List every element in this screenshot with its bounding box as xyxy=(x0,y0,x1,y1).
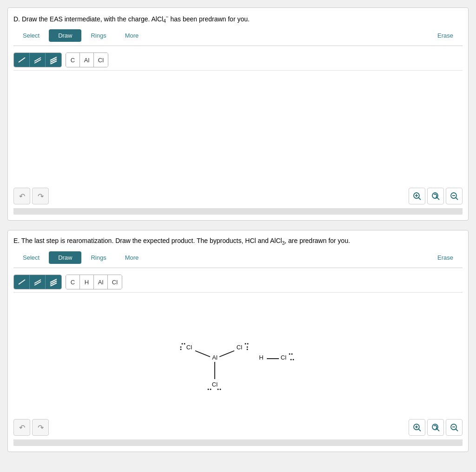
svg-point-23 xyxy=(182,343,183,345)
atom-h-e[interactable]: H xyxy=(80,275,94,289)
zoom-controls-e xyxy=(409,419,463,436)
atom-group-e: C H Al Cl xyxy=(66,275,122,289)
double-bond-e[interactable] xyxy=(30,275,46,289)
zoom-controls-d xyxy=(409,188,463,204)
svg-point-24 xyxy=(184,343,185,345)
toolbar-e-erase[interactable]: Erase xyxy=(428,251,463,264)
svg-line-13 xyxy=(456,198,458,200)
question-d-title: D. Draw the EAS intermediate, with the c… xyxy=(13,13,463,25)
toolbar-e-rings[interactable]: Rings xyxy=(81,251,115,264)
undo-btn-d[interactable]: ↶ xyxy=(13,188,30,204)
bond-group-d xyxy=(13,52,62,67)
question-e-title: E. The last step is rearomatization. Dra… xyxy=(13,236,463,247)
svg-line-17 xyxy=(34,282,41,285)
svg-point-25 xyxy=(180,347,182,348)
atom-cl-e[interactable]: Cl xyxy=(108,275,122,289)
svg-point-31 xyxy=(247,347,248,348)
svg-text:Cl: Cl xyxy=(237,344,242,351)
triple-bond-d[interactable] xyxy=(46,53,61,67)
bottom-controls-e: ↶ ↷ xyxy=(13,415,463,438)
svg-line-54 xyxy=(456,429,458,432)
svg-line-0 xyxy=(19,58,25,62)
atom-group-d: C Al Cl xyxy=(66,52,108,67)
svg-point-45 xyxy=(291,359,292,361)
draw-tools-d: C Al Cl xyxy=(13,50,463,71)
svg-point-37 xyxy=(218,389,219,390)
triple-bond-e[interactable] xyxy=(46,275,61,289)
svg-line-52 xyxy=(437,429,440,432)
redo-btn-e[interactable]: ↷ xyxy=(32,419,49,436)
bond-group-e xyxy=(13,275,62,289)
svg-line-15 xyxy=(19,280,25,284)
atom-cl-d[interactable]: Cl xyxy=(94,53,108,67)
svg-line-7 xyxy=(419,198,421,200)
svg-point-32 xyxy=(247,349,248,350)
svg-text:Cl: Cl xyxy=(212,381,218,388)
undo-redo-e: ↶ ↷ xyxy=(13,419,49,436)
svg-line-11 xyxy=(437,198,440,200)
scrollbar-e[interactable] xyxy=(13,439,463,446)
svg-point-29 xyxy=(245,343,246,345)
svg-line-27 xyxy=(195,351,210,357)
svg-line-2 xyxy=(34,59,41,63)
canvas-d[interactable] xyxy=(13,72,463,184)
atom-al-d[interactable]: Al xyxy=(80,53,94,67)
undo-redo-d: ↶ ↷ xyxy=(13,188,49,204)
single-bond-e[interactable] xyxy=(14,275,30,289)
svg-text:H: H xyxy=(259,354,263,361)
double-bond-d[interactable] xyxy=(30,53,46,67)
zoom-in-e[interactable] xyxy=(409,419,425,436)
undo-btn-e[interactable]: ↶ xyxy=(13,419,30,436)
zoom-reset-e[interactable] xyxy=(427,419,444,436)
atom-c-d[interactable]: C xyxy=(66,53,80,67)
svg-point-46 xyxy=(293,359,294,361)
svg-line-1 xyxy=(34,58,41,61)
toolbar-d-erase[interactable]: Erase xyxy=(428,29,463,42)
svg-text:Al: Al xyxy=(212,354,218,361)
zoom-in-d[interactable] xyxy=(409,188,425,204)
svg-point-43 xyxy=(289,354,291,355)
atom-al-e[interactable]: Al xyxy=(94,275,108,289)
question-e-block: E. The last step is rearomatization. Dra… xyxy=(7,230,469,452)
toolbar-d-more[interactable]: More xyxy=(116,29,148,42)
svg-text:Cl: Cl xyxy=(186,344,192,351)
redo-btn-d[interactable]: ↷ xyxy=(32,188,49,204)
svg-text:Cl: Cl xyxy=(281,354,286,361)
svg-point-35 xyxy=(208,389,209,390)
toolbar-d-rings[interactable]: Rings xyxy=(81,29,115,42)
toolbar-d: Select Draw Rings More Erase xyxy=(13,29,463,46)
draw-tools-e: C H Al Cl xyxy=(13,272,463,293)
toolbar-e-select[interactable]: Select xyxy=(13,251,49,264)
svg-line-33 xyxy=(219,351,234,357)
canvas-e[interactable]: Al Cl Cl Cl H xyxy=(13,295,463,415)
svg-line-48 xyxy=(419,429,421,432)
toolbar-e: Select Draw Rings More Erase xyxy=(13,251,463,268)
zoom-out-d[interactable] xyxy=(446,188,463,204)
svg-point-30 xyxy=(247,343,249,345)
single-bond-d[interactable] xyxy=(14,53,30,67)
atom-c-e[interactable]: C xyxy=(66,275,80,289)
svg-point-26 xyxy=(180,349,182,350)
scrollbar-d[interactable] xyxy=(13,208,463,215)
toolbar-e-draw[interactable]: Draw xyxy=(49,251,81,264)
toolbar-d-draw[interactable]: Draw xyxy=(49,29,81,42)
svg-line-16 xyxy=(34,280,41,283)
molecule-alcl3-hcl: Al Cl Cl Cl H xyxy=(154,308,322,401)
toolbar-e-more[interactable]: More xyxy=(116,251,148,264)
svg-point-44 xyxy=(291,354,293,355)
question-d-block: D. Draw the EAS intermediate, with the c… xyxy=(7,7,469,221)
zoom-out-e[interactable] xyxy=(446,419,463,436)
svg-point-38 xyxy=(220,389,221,390)
toolbar-d-select[interactable]: Select xyxy=(13,29,49,42)
zoom-reset-d[interactable] xyxy=(427,188,444,204)
bottom-controls-d: ↶ ↷ xyxy=(13,184,463,206)
svg-point-36 xyxy=(210,389,212,390)
